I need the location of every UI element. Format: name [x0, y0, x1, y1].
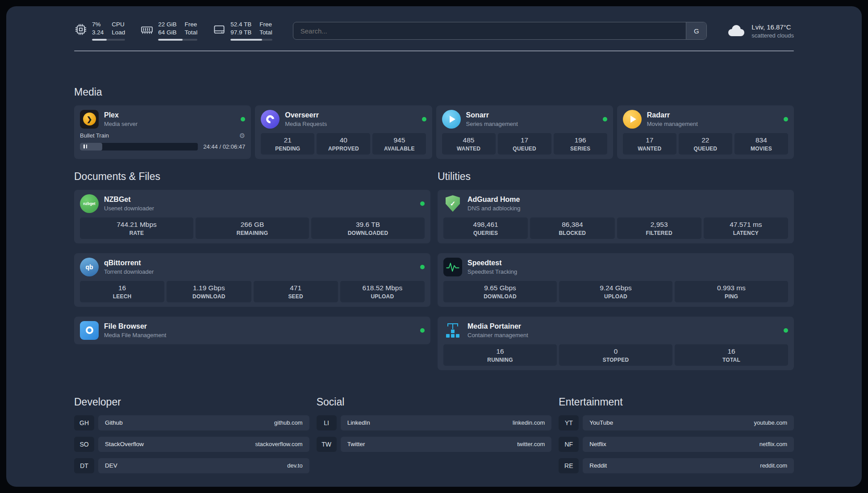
memory-label-1: Free — [185, 21, 198, 28]
service-card-sonarr[interactable]: Sonarr Series management 485 WANTED 17 Q… — [436, 105, 613, 159]
search-input[interactable] — [293, 27, 686, 35]
stat-label: UPLOAD — [342, 293, 423, 300]
stat-value: 47.571 ms — [705, 221, 786, 229]
stat-tile: 618.52 Mbps UPLOAD — [340, 281, 425, 302]
stat-label: AVAILABLE — [374, 146, 424, 152]
bookmark-name: Github — [105, 419, 123, 426]
cpu-icon — [74, 23, 88, 36]
service-card-qbittorrent[interactable]: qb qBittorrent Torrent downloader 16 LEE… — [74, 253, 430, 307]
service-subtitle: Speedtest Tracking — [467, 268, 788, 275]
bookmark-name: Twitter — [347, 441, 365, 447]
bookmark-dev[interactable]: DT DEV dev.to — [74, 458, 309, 473]
stat-tile: 47.571 ms LATENCY — [704, 217, 788, 239]
stat-value: 16 — [676, 347, 786, 355]
service-card-radarr[interactable]: Radarr Movie management 17 WANTED 22 QUE… — [617, 105, 794, 159]
service-subtitle: Movie management — [647, 121, 778, 127]
memory-widget: 22 GiB Free 64 GiB Total — [140, 21, 197, 41]
stat-value: 9.65 Gbps — [445, 284, 555, 292]
bookmark-url: stackoverflow.com — [255, 441, 302, 447]
status-dot — [603, 117, 607, 121]
stat-tile: 498,461 QUERIES — [443, 217, 528, 239]
service-subtitle: Series management — [466, 121, 597, 127]
screen: 7% CPU 3.24 Load 22 GiB — [0, 0, 868, 493]
bookmark-youtube[interactable]: YT YouTube youtube.com — [559, 415, 794, 430]
service-card-portainer[interactable]: Media Portainer Container management 16 … — [438, 317, 794, 370]
disk-total-value: 97.9 TB — [230, 29, 251, 36]
bookmark-linkedin[interactable]: LI LinkedIn linkedin.com — [317, 415, 552, 430]
status-dot — [420, 201, 425, 206]
stat-value: 196 — [555, 136, 605, 144]
disk-widget: 52.4 TB Free 97.9 TB Total — [213, 21, 272, 41]
search-provider-button[interactable]: G — [686, 22, 706, 39]
bookmark-stackoverflow[interactable]: SO StackOverflow stackoverflow.com — [74, 437, 309, 452]
bookmark-reddit[interactable]: RE Reddit reddit.com — [559, 458, 794, 473]
stat-label: RUNNING — [445, 357, 555, 363]
stat-value: 2,953 — [619, 221, 700, 229]
bookmark-url: twitter.com — [517, 441, 545, 447]
stat-label: PING — [676, 293, 786, 300]
memory-label-2: Total — [185, 29, 198, 36]
status-dot — [784, 117, 788, 121]
service-name: Media Portainer — [467, 322, 778, 330]
weather-widget[interactable]: Lviv, 16.87°C scattered clouds — [726, 22, 794, 40]
stat-label: APPROVED — [318, 146, 368, 152]
status-dot — [784, 328, 788, 333]
stat-value: 17 — [625, 136, 675, 144]
service-card-filebrowser[interactable]: File Browser Media File Management — [74, 317, 430, 344]
section-utilities: Utilities ✓ AdGuard Home DNS and adblock… — [438, 171, 794, 370]
stat-value: 834 — [736, 136, 786, 144]
bookmark-twitter[interactable]: TW Twitter twitter.com — [317, 437, 552, 452]
service-name: Speedtest — [467, 259, 788, 267]
service-card-nzbget[interactable]: nzbget NZBGet Usenet downloader 744.21 M… — [74, 190, 430, 243]
resource-widgets: 7% CPU 3.24 Load 22 GiB — [74, 21, 272, 41]
cpu-load-value: 3.24 — [92, 29, 104, 36]
service-card-overseerr[interactable]: Overseerr Media Requests 21 PENDING 40 A… — [255, 105, 432, 159]
service-subtitle: Media Requests — [285, 121, 416, 127]
service-subtitle: DNS and adblocking — [467, 205, 788, 212]
stat-value: 485 — [444, 136, 494, 144]
stat-value: 86,384 — [532, 221, 613, 229]
bookmark-netflix[interactable]: NF Netflix netflix.com — [559, 437, 794, 452]
service-card-adguard[interactable]: ✓ AdGuard Home DNS and adblocking 498,46… — [438, 190, 794, 243]
stat-tile: 2,953 FILTERED — [617, 217, 701, 239]
speedtest-icon — [443, 258, 462, 276]
stat-value: 266 GB — [197, 221, 307, 229]
weather-location: Lviv, 16.87°C — [751, 23, 794, 31]
section-entertainment: Entertainment YT YouTube youtube.com NF … — [559, 396, 794, 480]
plex-now-playing: Bullet Train ⚙ 24:44 / 02:06:47 — [80, 132, 245, 150]
bookmark-name: LinkedIn — [347, 419, 370, 426]
stat-label: RATE — [82, 230, 192, 236]
bookmark-github[interactable]: GH Github github.com — [74, 415, 309, 430]
disk-bar-fill — [230, 39, 262, 41]
stat-label: WANTED — [444, 146, 494, 152]
service-card-plex[interactable]: ❯ Plex Media server Bullet Train ⚙ — [74, 105, 251, 159]
stat-tile: 16 RUNNING — [443, 344, 557, 366]
stat-value: 0 — [561, 347, 671, 355]
nzbget-icon: nzbget — [80, 194, 99, 213]
gear-icon[interactable]: ⚙ — [239, 132, 245, 140]
bookmark-name: Reddit — [589, 462, 607, 469]
stat-tile: 834 MOVIES — [734, 133, 788, 155]
section-developer: Developer GH Github github.com SO StackO… — [74, 396, 309, 480]
service-card-speedtest[interactable]: Speedtest Speedtest Tracking 9.65 Gbps D… — [438, 253, 794, 307]
status-dot — [422, 117, 426, 121]
qbittorrent-icon: qb — [80, 258, 99, 276]
plex-icon: ❯ — [80, 110, 99, 129]
stat-label: TOTAL — [676, 357, 786, 363]
header-divider — [74, 50, 794, 51]
stat-value: 0.993 ms — [676, 284, 786, 292]
stat-label: FILTERED — [619, 230, 700, 236]
bookmark-abbr: SO — [74, 437, 94, 452]
bookmark-name: DEV — [105, 462, 117, 469]
memory-bar-fill — [158, 39, 182, 41]
status-dot — [241, 117, 245, 121]
portainer-icon — [443, 321, 462, 340]
stat-tile: 9.24 Gbps UPLOAD — [559, 281, 672, 302]
bookmark-abbr: DT — [74, 458, 94, 473]
overseerr-icon — [261, 110, 280, 129]
dashboard-panel: 7% CPU 3.24 Load 22 GiB — [6, 6, 862, 487]
cpu-bar-fill — [92, 39, 107, 41]
top-bar: 7% CPU 3.24 Load 22 GiB — [74, 21, 794, 41]
stat-value: 1.19 Gbps — [168, 284, 249, 292]
section-title-utilities: Utilities — [438, 171, 794, 183]
